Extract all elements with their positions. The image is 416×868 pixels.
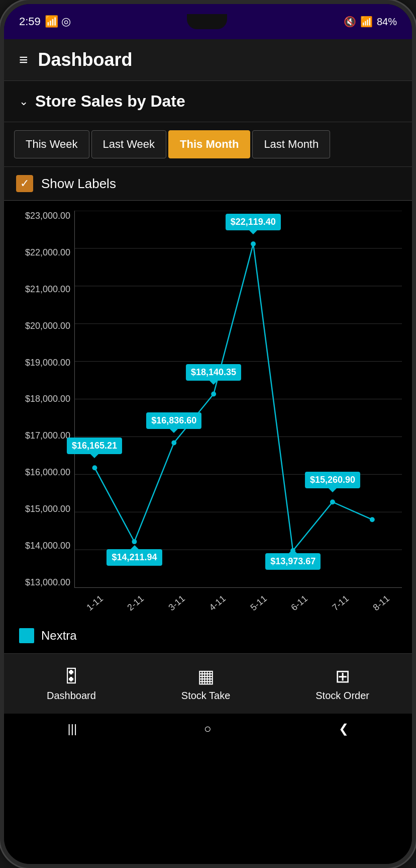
y-label-17000: $17,000.00 xyxy=(4,430,74,441)
tab-last-week[interactable]: Last Week xyxy=(91,130,167,158)
data-label-6: $13,973.67 xyxy=(265,553,321,570)
nav-item-dashboard[interactable]: 🎛 Dashboard xyxy=(47,666,96,702)
app-title: Dashboard xyxy=(38,49,133,70)
y-label-16000: $16,000.00 xyxy=(4,467,74,478)
x-label-1: 1-11 xyxy=(84,593,105,613)
phone-frame: 2:59 📶 ◎ 🔇 📶 84% ≡ Dashboard ⌄ Store Sal… xyxy=(0,0,416,868)
chevron-down-icon[interactable]: ⌄ xyxy=(19,95,28,108)
show-labels-row: ✓ Show Labels xyxy=(4,167,412,201)
chart-container: $23,000.00 $22,000.00 $21,000.00 $20,000… xyxy=(4,206,412,618)
stock-take-nav-label: Stock Take xyxy=(181,690,230,702)
data-label-3: $16,836.60 xyxy=(146,412,201,429)
x-label-6: 6-11 xyxy=(289,593,310,613)
wifi-icon: 📶 xyxy=(360,16,373,28)
add-box-icon: ⊞ xyxy=(335,666,350,687)
show-labels-checkbox[interactable]: ✓ xyxy=(16,175,33,192)
tab-this-month[interactable]: This Month xyxy=(168,130,250,158)
bottom-nav: 🎛 Dashboard ▦ Stock Take ⊞ Stock Order xyxy=(4,653,412,714)
home-button[interactable]: ○ xyxy=(204,722,212,736)
time-display: 2:59 xyxy=(19,15,41,28)
x-label-2: 2-11 xyxy=(126,593,146,613)
hamburger-menu-icon[interactable]: ≡ xyxy=(19,51,28,68)
tab-this-week[interactable]: This Week xyxy=(14,130,89,158)
y-label-14000: $14,000.00 xyxy=(4,541,74,551)
dashboard-icon: 🎛 xyxy=(62,666,80,687)
data-label-4: $18,140.35 xyxy=(186,364,241,381)
point-2 xyxy=(132,539,137,544)
tab-last-month[interactable]: Last Month xyxy=(252,130,330,158)
point-8 xyxy=(370,517,375,522)
chart-inner: $16,165.21 $14,211.94 $16,836.60 $18,140… xyxy=(74,211,402,588)
x-label-7: 7-11 xyxy=(330,593,351,613)
section-title: Store Sales by Date xyxy=(35,92,185,111)
section-header: ⌄ Store Sales by Date xyxy=(4,81,412,122)
point-1 xyxy=(92,465,97,470)
app-content: ≡ Dashboard ⌄ Store Sales by Date This W… xyxy=(4,39,412,868)
legend-area: Nextra xyxy=(4,618,412,653)
y-label-23000: $23,000.00 xyxy=(4,211,74,221)
y-label-19000: $19,000.00 xyxy=(4,358,74,368)
x-label-4: 4-11 xyxy=(207,593,228,613)
y-axis-labels: $23,000.00 $22,000.00 $21,000.00 $20,000… xyxy=(4,211,74,588)
data-label-2: $14,211.94 xyxy=(107,549,162,566)
status-bar: 2:59 📶 ◎ 🔇 📶 84% xyxy=(4,4,412,39)
dashboard-nav-label: Dashboard xyxy=(47,690,96,702)
point-7 xyxy=(330,499,335,504)
barcode-icon: ▦ xyxy=(197,666,215,687)
data-label-7: $15,260.90 xyxy=(305,472,360,488)
x-axis-labels: 1-11 2-11 3-11 4-11 5-11 6-11 7-11 8-11 xyxy=(74,588,402,618)
system-bar: ||| ○ ❮ xyxy=(4,714,412,744)
legend-label: Nextra xyxy=(41,629,77,643)
y-label-15000: $15,000.00 xyxy=(4,504,74,514)
y-label-22000: $22,000.00 xyxy=(4,247,74,258)
checkmark-icon: ✓ xyxy=(20,177,29,190)
y-label-13000: $13,000.00 xyxy=(4,577,74,588)
point-4 xyxy=(211,392,216,397)
status-left: 2:59 📶 ◎ xyxy=(19,15,71,28)
notch xyxy=(187,14,227,29)
signal-icons: 📶 ◎ xyxy=(45,15,71,28)
stock-order-nav-label: Stock Order xyxy=(316,690,369,702)
chart-svg xyxy=(75,211,402,587)
chart-line xyxy=(94,244,372,551)
x-label-5: 5-11 xyxy=(248,593,269,613)
point-3 xyxy=(171,440,176,445)
y-label-18000: $18,000.00 xyxy=(4,394,74,404)
back-button[interactable]: ❮ xyxy=(339,722,349,736)
data-label-1: $16,165.21 xyxy=(67,438,122,454)
legend-color-box xyxy=(19,628,34,643)
nav-item-stock-order[interactable]: ⊞ Stock Order xyxy=(316,666,369,702)
x-label-8: 8-11 xyxy=(371,593,392,613)
tabs-container: This Week Last Week This Month Last Mont… xyxy=(4,122,412,167)
data-label-5: $22,119.40 xyxy=(226,214,281,230)
show-labels-label: Show Labels xyxy=(41,176,116,192)
status-right: 🔇 📶 84% xyxy=(344,16,397,28)
point-5 xyxy=(251,241,256,246)
x-label-3: 3-11 xyxy=(166,593,187,613)
chart-area: $23,000.00 $22,000.00 $21,000.00 $20,000… xyxy=(4,201,412,653)
mute-icon: 🔇 xyxy=(344,16,356,28)
recent-apps-button[interactable]: ||| xyxy=(67,722,77,736)
y-label-21000: $21,000.00 xyxy=(4,284,74,295)
y-label-20000: $20,000.00 xyxy=(4,321,74,331)
battery-display: 84% xyxy=(377,16,397,28)
nav-item-stock-take[interactable]: ▦ Stock Take xyxy=(181,666,230,702)
app-header: ≡ Dashboard xyxy=(4,39,412,81)
